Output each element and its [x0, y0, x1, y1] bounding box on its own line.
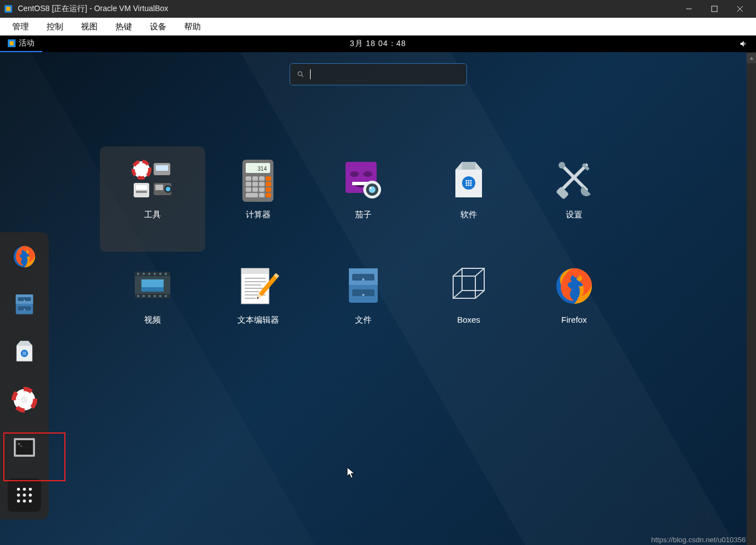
- scrollbar-track[interactable]: [747, 52, 756, 545]
- dock-software[interactable]: [8, 335, 41, 369]
- window-title: CentOS8 [正在运行] - Oracle VM VirtualBox: [18, 4, 168, 14]
- system-tray[interactable]: [739, 39, 756, 48]
- gnome-top-bar: 活动 3月 18 04：48: [0, 35, 756, 52]
- dock-help[interactable]: [8, 383, 41, 416]
- svg-point-46: [470, 180, 472, 182]
- scrollbar-up-button[interactable]: [747, 53, 756, 63]
- svg-point-113: [29, 488, 32, 491]
- files-icon: [340, 263, 387, 309]
- svg-point-112: [23, 488, 26, 491]
- search-caret: [310, 69, 311, 79]
- calculator-icon: 314: [235, 157, 281, 204]
- svg-rect-31: [259, 193, 265, 197]
- close-button[interactable]: [727, 0, 753, 18]
- clock[interactable]: 3月 18 04：48: [350, 39, 406, 49]
- svg-rect-32: [266, 193, 271, 197]
- app-label: 设置: [566, 210, 582, 220]
- svg-point-102: [23, 354, 24, 355]
- app-settings[interactable]: 设置: [521, 146, 627, 252]
- app-text-editor[interactable]: 文本编辑器: [205, 252, 311, 357]
- svg-point-100: [24, 353, 25, 354]
- app-software[interactable]: 软件: [416, 146, 521, 252]
- activities-label: 活动: [19, 38, 34, 48]
- svg-point-116: [29, 493, 32, 496]
- app-boxes[interactable]: Boxes: [416, 252, 521, 357]
- svg-point-13: [166, 187, 170, 191]
- svg-rect-20: [259, 176, 265, 181]
- svg-point-98: [26, 352, 27, 353]
- svg-rect-26: [246, 187, 251, 192]
- svg-rect-19: [252, 176, 258, 181]
- svg-rect-8: [134, 183, 149, 197]
- svg-point-49: [470, 182, 472, 184]
- svg-rect-21: [266, 176, 271, 181]
- svg-rect-28: [259, 187, 265, 192]
- cheese-icon: [340, 157, 387, 204]
- terminal-icon: >_: [11, 434, 38, 461]
- svg-rect-18: [246, 176, 251, 181]
- svg-rect-63: [165, 273, 167, 275]
- svg-rect-69: [165, 295, 167, 297]
- app-label: 工具: [144, 210, 161, 220]
- vb-menu-manage[interactable]: 管理: [3, 19, 38, 34]
- app-files[interactable]: 文件: [311, 252, 416, 357]
- app-label: 文件: [355, 315, 372, 325]
- app-utilities[interactable]: 工具: [100, 146, 205, 252]
- svg-rect-60: [148, 273, 150, 275]
- dock-files[interactable]: [8, 288, 41, 321]
- svg-rect-14: [155, 185, 163, 190]
- svg-point-3: [298, 72, 302, 75]
- virtualbox-logo-icon: [3, 4, 13, 14]
- app-calculator[interactable]: 314 计算器: [205, 146, 311, 252]
- dock-firefox[interactable]: [8, 240, 41, 273]
- svg-point-115: [23, 493, 26, 496]
- svg-rect-25: [266, 182, 271, 186]
- svg-rect-42: [462, 162, 475, 170]
- svg-point-45: [468, 180, 470, 182]
- svg-rect-66: [148, 295, 150, 297]
- watermark-text: https://blog.csdn.net/u01035676: [651, 536, 754, 544]
- svg-point-111: [17, 488, 20, 491]
- app-videos[interactable]: 视频: [100, 252, 205, 357]
- vb-menu-control[interactable]: 控制: [38, 19, 72, 34]
- svg-rect-2: [10, 42, 14, 45]
- svg-point-48: [468, 182, 470, 184]
- vb-menu-view[interactable]: 视图: [72, 19, 106, 34]
- videos-icon: [129, 263, 176, 309]
- svg-point-117: [17, 500, 20, 502]
- svg-rect-65: [143, 295, 145, 297]
- files-icon: [11, 291, 38, 318]
- svg-point-107: [21, 396, 28, 404]
- vb-menu-input[interactable]: 热键: [106, 19, 141, 34]
- virtualbox-menubar: 管理 控制 视图 热键 设备 帮助: [0, 18, 756, 35]
- svg-rect-64: [137, 295, 139, 297]
- svg-rect-62: [159, 273, 161, 275]
- minimize-button[interactable]: [676, 0, 702, 18]
- app-cheese[interactable]: 茄子: [311, 146, 416, 252]
- search-box[interactable]: [290, 63, 467, 85]
- svg-point-103: [24, 354, 25, 355]
- utilities-icon: [129, 157, 176, 204]
- svg-text:314: 314: [257, 166, 267, 172]
- svg-point-50: [466, 185, 468, 186]
- app-label: 软件: [460, 210, 477, 220]
- svg-rect-71: [141, 287, 164, 292]
- dock-terminal[interactable]: >_: [8, 431, 41, 464]
- svg-point-82: [362, 278, 364, 281]
- svg-point-119: [29, 500, 32, 502]
- maximize-button[interactable]: [702, 0, 727, 18]
- svg-point-52: [470, 185, 472, 186]
- activities-button[interactable]: 活动: [0, 35, 42, 52]
- vb-menu-devices[interactable]: 设备: [141, 19, 175, 34]
- applications-grid: 工具 314 计算器: [100, 146, 712, 357]
- svg-point-83: [362, 294, 364, 296]
- svg-rect-23: [252, 182, 258, 186]
- vb-menu-help[interactable]: 帮助: [175, 19, 210, 34]
- dock-show-applications[interactable]: [8, 478, 41, 512]
- app-firefox[interactable]: Firefox: [521, 252, 627, 357]
- svg-point-97: [24, 352, 25, 353]
- software-icon: [445, 157, 492, 204]
- svg-rect-58: [137, 273, 139, 275]
- search-input[interactable]: [316, 70, 460, 79]
- guest-desktop: 活动 3月 18 04：48 工具: [0, 35, 756, 545]
